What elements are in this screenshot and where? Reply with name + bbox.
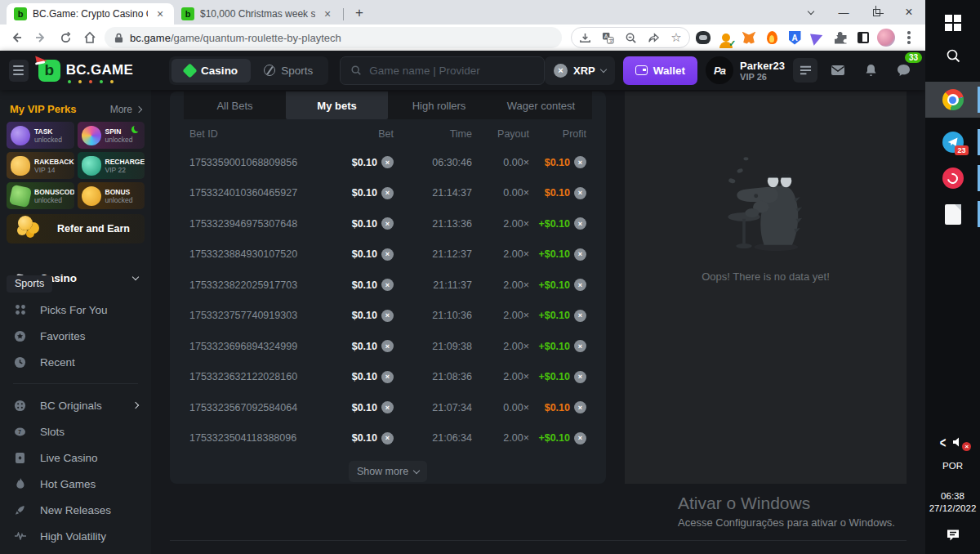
sidebar-item-slots[interactable]: 7 Slots [0, 418, 151, 445]
tab-wager-contest[interactable]: Wager contest [490, 92, 592, 119]
bet-row[interactable]: 1753323632122028160$0.10×21:08:362.00×+$… [170, 362, 606, 393]
vip-perk-bonuscode[interactable]: BONUSCODEunlocked [7, 182, 74, 209]
bookmark-star-icon[interactable]: ☆ [666, 28, 686, 47]
sidebar-item-favorites[interactable]: Favorites [0, 323, 151, 349]
ext-plane-icon[interactable] [808, 28, 827, 47]
url-bar[interactable]: bc.game/game/quantum-roulette-by-playtec… [105, 27, 562, 48]
crocodile-mascot-illustration [705, 149, 827, 259]
sidebar-item-live-casino[interactable]: Live Casino [0, 445, 151, 471]
notifications-bell-icon[interactable] [858, 58, 883, 83]
new-tab-button[interactable]: + [345, 5, 373, 21]
tab-high-rollers[interactable]: High rollers [388, 92, 490, 119]
action-center-icon[interactable] [925, 521, 980, 549]
vip-perks-title: My VIP Perks [10, 103, 76, 115]
zoom-out-icon[interactable] [621, 28, 640, 47]
reload-icon[interactable] [56, 28, 75, 47]
restore-button[interactable] [860, 0, 893, 25]
back-icon[interactable] [7, 28, 26, 47]
sidebar-item-bc-originals[interactable]: BC Originals [0, 392, 151, 418]
bet-row[interactable]: 1753323757740919303$0.10×21:10:362.00×+$… [170, 301, 606, 332]
currency-selector[interactable]: × XRP [545, 56, 615, 85]
tab-close-icon[interactable]: × [321, 7, 334, 20]
metamask-icon[interactable] [739, 28, 759, 47]
browser-menu-icon[interactable] [899, 28, 919, 47]
language-indicator[interactable]: POR [942, 460, 963, 472]
wallet-button[interactable]: Wallet [623, 56, 697, 85]
tab-close-icon[interactable]: × [154, 7, 167, 20]
profile-avatar[interactable] [876, 28, 896, 47]
extensions-puzzle-icon[interactable] [831, 28, 850, 47]
volume-muted-icon[interactable]: × [952, 436, 965, 448]
sidebar-divider [13, 383, 138, 384]
start-button[interactable] [925, 7, 980, 39]
close-button[interactable]: × [893, 0, 925, 25]
tab-search-icon[interactable] [795, 0, 827, 25]
vip-perk-bonus[interactable]: BONUSunlocked [78, 182, 145, 209]
ext-shield-icon[interactable]: A [785, 28, 804, 47]
tab-all-bets[interactable]: All Bets [184, 92, 286, 119]
refer-and-earn-card[interactable]: Refer and Earn [7, 214, 145, 243]
taskbar-notepad[interactable] [925, 196, 980, 232]
home-icon[interactable] [80, 28, 100, 47]
taskbar-search-icon[interactable] [925, 39, 980, 72]
sidebar-item-feature-buy-in[interactable]: Feature Buy-in [0, 549, 151, 554]
share-icon[interactable] [644, 28, 663, 47]
sidebar-item-new-releases[interactable]: New Releases [0, 497, 151, 523]
browser-window: b BC.Game: Crypto Casino Games & × b $10… [0, 0, 925, 554]
sidebar-item-picks-for-you[interactable]: Picks For You [0, 297, 151, 323]
browser-tab-2[interactable]: b $10,000 Christmas week special r × [174, 3, 341, 25]
clock[interactable]: 06:38 27/12/2022 [929, 490, 977, 515]
show-hidden-icons[interactable]: < [940, 434, 947, 451]
bet-row[interactable]: 1753323946975307648$0.10×21:13:362.00×+$… [170, 208, 606, 239]
bet-row[interactable]: 1753323567092584064$0.10×21:07:340.00×$0… [170, 392, 606, 423]
taskbar-red-app[interactable] [925, 160, 980, 196]
ext-dark-app-icon[interactable] [693, 28, 713, 47]
minimize-button[interactable]: — [827, 0, 860, 25]
vip-perk-spin[interactable]: SPINunlocked [78, 122, 145, 149]
payout-cell: 0.00× [472, 157, 529, 168]
bet-amount: $0.10 [352, 187, 377, 199]
taskbar-chrome[interactable] [925, 82, 980, 118]
tab-group-icon[interactable] [853, 28, 873, 47]
sidebar-item-hot-games[interactable]: Hot Games [0, 471, 151, 497]
vip-perk-rakeback[interactable]: RAKEBACKVIP 14 [7, 152, 74, 179]
ext-flame-icon[interactable] [762, 28, 782, 47]
forward-icon[interactable] [31, 28, 51, 47]
sidebar-item-high-volatility[interactable]: High Volatility [0, 523, 151, 549]
taskbar-tray: < × POR 06:38 27/12/2022 [925, 431, 980, 554]
currency-label: XRP [573, 65, 595, 77]
browser-tab-1[interactable]: b BC.Game: Crypto Casino Games & × [7, 3, 174, 25]
xrp-icon: × [574, 340, 586, 352]
vip-more-link[interactable]: More [110, 104, 141, 115]
vip-perk-task[interactable]: TASKunlocked [7, 122, 74, 149]
user-profile[interactable]: Pa Parker23 VIP 26 [706, 56, 785, 84]
bet-row[interactable]: 1753323822025917703$0.10×21:11:372.00×+$… [170, 270, 606, 301]
wallet-icon [635, 65, 648, 75]
game-search-input[interactable]: Game name | Provider [340, 56, 545, 85]
bet-id-cell: 1753323822025917703 [189, 279, 335, 291]
download-icon[interactable] [575, 28, 595, 47]
bet-row[interactable]: 1753323696894324999$0.10×21:09:382.00×+$… [170, 331, 606, 362]
sidebar-item-recent[interactable]: Recent [0, 349, 151, 375]
sidebar-toggle-icon[interactable] [9, 60, 29, 82]
bet-row[interactable]: 1753323884930107520$0.10×21:12:372.00×+$… [170, 239, 606, 270]
bet-slip-icon[interactable] [793, 58, 817, 83]
perk-name: RAKEBACK [34, 158, 74, 166]
vip-perk-recharge[interactable]: RECHARGEVIP 22 [78, 152, 145, 179]
bet-row[interactable]: 1753323504118388096$0.10×21:06:342.00×+$… [170, 423, 606, 454]
show-more-button[interactable]: Show more [349, 461, 427, 482]
tab-my-bets[interactable]: My bets [286, 92, 388, 119]
chat-icon[interactable]: 33 [891, 58, 915, 83]
nav-sports-button[interactable]: Sports [251, 59, 326, 83]
taskbar-telegram[interactable]: 23 [925, 124, 980, 160]
ext-person-check-icon[interactable] [716, 28, 736, 47]
bcgame-logo[interactable]: b BC.GAME [38, 60, 133, 82]
bet-row[interactable]: 1753324010360465927$0.10×21:14:370.00×$0… [170, 178, 606, 209]
translate-icon[interactable]: A文 [598, 28, 617, 47]
payout-cell: 0.00× [472, 187, 529, 199]
picks-grid-icon [13, 303, 27, 317]
bet-row[interactable]: 1753359001068809856$0.10×06:30:460.00×$0… [170, 147, 606, 178]
mail-icon[interactable] [826, 58, 850, 83]
nav-casino-button[interactable]: Casino [172, 59, 251, 83]
xrp-icon: × [574, 279, 586, 291]
